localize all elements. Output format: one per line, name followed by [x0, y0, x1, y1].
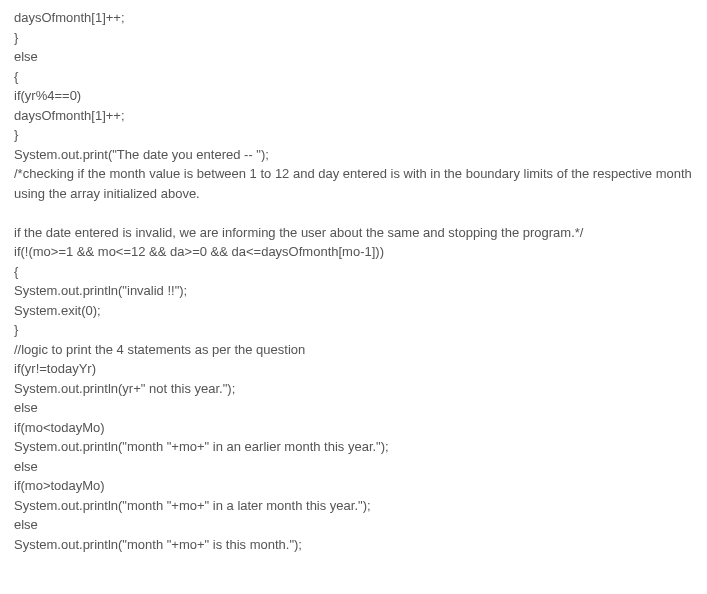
code-line: System.out.println("invalid !!");	[14, 281, 693, 301]
blank-line	[14, 203, 693, 223]
code-line: System.out.println("month "+mo+" is this…	[14, 535, 693, 555]
code-line: System.out.println("month "+mo+" in an e…	[14, 437, 693, 457]
code-line: {	[14, 67, 693, 87]
code-line: }	[14, 320, 693, 340]
blank-line	[14, 554, 693, 574]
code-line: System.out.print("The date you entered -…	[14, 145, 693, 165]
blank-line	[14, 574, 693, 594]
code-line: if(yr%4==0)	[14, 86, 693, 106]
code-line: }	[14, 125, 693, 145]
code-line: else	[14, 398, 693, 418]
code-line: if(!(mo>=1 && mo<=12 && da>=0 && da<=day…	[14, 242, 693, 262]
code-line: else	[14, 457, 693, 477]
code-line: System.exit(0);	[14, 301, 693, 321]
code-line: /*checking if the month value is between…	[14, 164, 693, 203]
code-line: if(mo>todayMo)	[14, 476, 693, 496]
code-block: daysOfmonth[1]++; } else { if(yr%4==0) d…	[14, 8, 693, 594]
code-line: daysOfmonth[1]++;	[14, 8, 693, 28]
code-line: else	[14, 47, 693, 67]
code-line: else	[14, 515, 693, 535]
code-line: //logic to print the 4 statements as per…	[14, 340, 693, 360]
code-line: }	[14, 28, 693, 48]
code-line: if(yr!=todayYr)	[14, 359, 693, 379]
code-line: System.out.println(yr+" not this year.")…	[14, 379, 693, 399]
code-line: {	[14, 262, 693, 282]
code-line: if(mo<todayMo)	[14, 418, 693, 438]
code-line: if the date entered is invalid, we are i…	[14, 223, 693, 243]
code-line: System.out.println("month "+mo+" in a la…	[14, 496, 693, 516]
code-line: daysOfmonth[1]++;	[14, 106, 693, 126]
